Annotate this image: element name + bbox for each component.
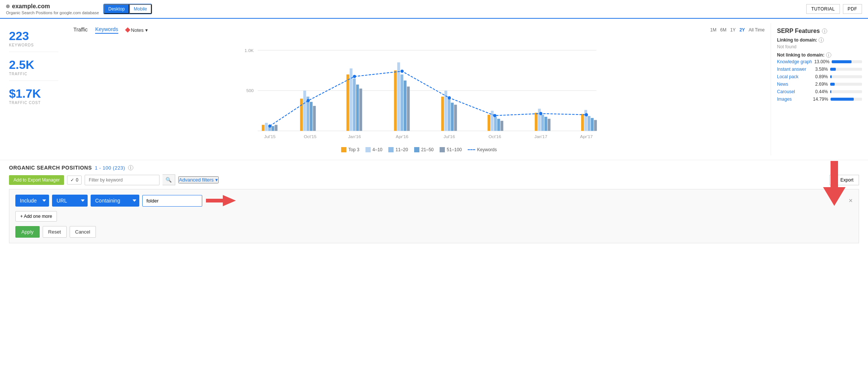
reset-button[interactable]: Reset xyxy=(43,226,67,238)
serp-linking-label: Linking to domain: i xyxy=(777,37,862,43)
red-arrow-icon xyxy=(206,195,236,206)
serp-not-linking-info-icon[interactable]: i xyxy=(826,52,831,58)
serp-feature-row: Carousel 0.44% xyxy=(777,89,862,94)
filter-actions: Apply Reset Cancel xyxy=(15,226,853,238)
serp-feature-row: News 2.69% xyxy=(777,82,862,87)
svg-rect-34 xyxy=(501,121,504,131)
svg-text:Jan'16: Jan'16 xyxy=(348,134,361,139)
svg-rect-10 xyxy=(300,99,303,131)
filter-keyword-input[interactable] xyxy=(85,175,160,185)
advanced-chevron-icon: ▾ xyxy=(215,177,218,183)
serp-feature-link[interactable]: News xyxy=(777,82,811,87)
svg-rect-25 xyxy=(441,97,444,131)
serp-feature-pct: 2.69% xyxy=(813,82,828,87)
svg-rect-23 xyxy=(404,80,407,131)
chart-container: 1.0K 500 xyxy=(73,38,765,144)
desktop-btn[interactable]: Desktop xyxy=(104,4,129,14)
add-to-export-manager-button[interactable]: Add to Export Manager xyxy=(9,175,64,185)
header-subtitle: Organic Search Positions for google.com … xyxy=(6,10,99,15)
svg-rect-8 xyxy=(271,126,274,131)
serp-feature-row: Instant answer 3.58% xyxy=(777,67,862,72)
serp-feature-pct: 14.79% xyxy=(813,97,828,102)
svg-rect-44 xyxy=(594,120,597,131)
device-toggle[interactable]: Desktop Mobile xyxy=(103,4,152,14)
svg-point-45 xyxy=(268,124,271,128)
svg-rect-21 xyxy=(397,63,400,131)
legend-21-50: 21–50 xyxy=(414,147,434,152)
tab-traffic[interactable]: Traffic xyxy=(73,27,88,33)
svg-text:Jul'16: Jul'16 xyxy=(443,134,455,139)
legend-top3: Top 3 xyxy=(341,147,359,152)
serp-feature-link[interactable]: Images xyxy=(777,97,811,102)
chart-area: Traffic Keywords Notes ▾ 1M 6M 1Y 2Y All… xyxy=(67,23,771,155)
svg-rect-13 xyxy=(310,102,313,131)
svg-text:1.0K: 1.0K xyxy=(245,48,254,53)
svg-rect-35 xyxy=(535,113,538,131)
legend-11-20-color xyxy=(388,147,394,152)
time-1y[interactable]: 1Y xyxy=(730,27,736,33)
tab-keywords[interactable]: Keywords xyxy=(95,26,118,34)
serp-feature-link[interactable]: Knowledge graph xyxy=(777,59,812,64)
svg-rect-28 xyxy=(451,103,454,131)
red-arrow-down-icon xyxy=(823,161,846,206)
advanced-filters-label: Advanced filters xyxy=(179,177,214,183)
logo-area: example.com Organic Search Positions for… xyxy=(6,3,99,15)
serp-linking-info-icon[interactable]: i xyxy=(819,37,824,43)
svg-rect-43 xyxy=(591,118,594,131)
svg-rect-32 xyxy=(494,117,497,131)
containing-select[interactable]: Containing Not containing xyxy=(91,195,139,207)
legend-51-100: 51–100 xyxy=(440,147,462,152)
time-6m[interactable]: 6M xyxy=(720,27,726,33)
time-all[interactable]: All Time xyxy=(749,27,765,33)
serp-title: SERP Features i xyxy=(777,28,862,34)
svg-rect-29 xyxy=(454,105,457,131)
svg-rect-19 xyxy=(359,89,362,131)
serp-features-list: Knowledge graph 13.00% Instant answer 3.… xyxy=(777,59,862,102)
add-one-more-button[interactable]: + Add one more xyxy=(15,211,57,222)
svg-rect-38 xyxy=(544,117,547,131)
svg-rect-24 xyxy=(407,86,410,131)
serp-bar-bg xyxy=(830,83,862,86)
filter-search-button[interactable]: 🔍 xyxy=(163,174,175,185)
legend-11-20: 11–20 xyxy=(388,147,408,152)
svg-rect-39 xyxy=(548,119,551,131)
checkbox-count: 0 xyxy=(76,177,78,183)
serp-feature-link[interactable]: Instant answer xyxy=(777,67,811,72)
filter-close-button[interactable]: × xyxy=(849,197,853,205)
svg-rect-30 xyxy=(488,115,491,131)
legend-21-50-color xyxy=(414,147,419,152)
legend-keywords: Keywords xyxy=(468,147,497,152)
svg-rect-37 xyxy=(541,115,544,131)
notes-label: Notes xyxy=(131,27,144,33)
serp-feature-pct: 13.00% xyxy=(814,59,829,64)
serp-bar-bg xyxy=(831,98,862,101)
time-1m[interactable]: 1M xyxy=(710,27,717,33)
serp-info-icon[interactable]: i xyxy=(822,28,827,34)
svg-text:Apr'16: Apr'16 xyxy=(396,134,409,139)
left-stats: 223 KEYWORDS 2.5K TRAFFIC $1.7K TRAFFIC … xyxy=(0,23,67,155)
pdf-btn[interactable]: PDF xyxy=(843,4,862,14)
logo-text: example.com xyxy=(12,3,50,10)
mobile-btn[interactable]: Mobile xyxy=(129,4,151,14)
include-select[interactable]: Include Exclude xyxy=(15,195,49,207)
svg-marker-61 xyxy=(206,195,236,206)
bottom-section: ORGANIC SEARCH POSITIONS 1 - 100 (223) i… xyxy=(0,160,868,248)
svg-rect-11 xyxy=(303,91,306,131)
tab-notes[interactable]: Notes ▾ xyxy=(126,27,148,33)
advanced-filters-button[interactable]: Advanced filters ▾ xyxy=(178,176,219,183)
url-select[interactable]: URL Keyword xyxy=(52,195,88,207)
checkbox-badge[interactable]: ✓ 0 xyxy=(67,176,82,185)
filter-value-input[interactable] xyxy=(142,195,202,207)
serp-bar xyxy=(830,83,835,86)
time-2y[interactable]: 2Y xyxy=(740,27,745,33)
svg-point-46 xyxy=(307,99,310,103)
checkmark-icon: ✓ xyxy=(70,177,74,183)
legend-21-50-label: 21–50 xyxy=(421,147,434,152)
svg-text:Oct'15: Oct'15 xyxy=(304,134,316,139)
tutorial-btn[interactable]: TUTORIAL xyxy=(806,4,840,14)
apply-button[interactable]: Apply xyxy=(15,226,40,238)
organic-info-icon[interactable]: i xyxy=(128,165,133,170)
cancel-button[interactable]: Cancel xyxy=(70,226,96,238)
serp-feature-link[interactable]: Local pack xyxy=(777,74,811,79)
serp-feature-link[interactable]: Carousel xyxy=(777,89,811,94)
